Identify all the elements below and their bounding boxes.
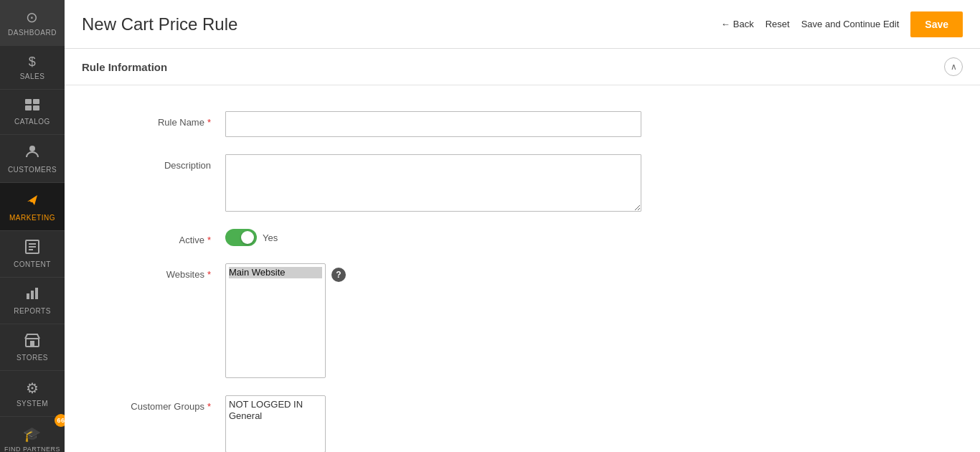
customer-groups-select[interactable]: NOT LOGGED IN General <box>225 395 326 452</box>
rule-name-input[interactable] <box>225 111 641 137</box>
customers-icon <box>24 143 40 163</box>
svg-point-4 <box>29 146 35 151</box>
sidebar-item-label: MARKETING <box>9 214 55 222</box>
description-label: Description <box>82 154 225 171</box>
sidebar-item-catalog[interactable]: CATALOG <box>0 90 65 135</box>
sidebar-item-reports[interactable]: REPORTS <box>0 278 65 324</box>
form-body: Rule Name* Description <box>65 85 980 452</box>
active-value-label: Yes <box>263 232 278 243</box>
page-header: New Cart Price Rule ← Back Reset Save an… <box>65 0 980 49</box>
svg-point-5 <box>30 199 33 202</box>
websites-label: Websites* <box>82 263 225 280</box>
rule-name-control-wrap <box>225 111 693 137</box>
page-title: New Cart Price Rule <box>82 14 721 34</box>
rule-information-panel: Rule Information ∧ Rule Name* <box>65 49 980 452</box>
header-actions: ← Back Reset Save and Continue Edit Save <box>721 11 963 37</box>
save-and-continue-button[interactable]: Save and Continue Edit <box>801 19 900 29</box>
content-icon <box>25 240 39 258</box>
sidebar-item-customers[interactable]: CUSTOMERS <box>0 135 65 183</box>
active-label: Active* <box>82 229 225 245</box>
svg-rect-10 <box>27 293 29 299</box>
back-button[interactable]: ← Back <box>721 19 754 29</box>
websites-required: * <box>207 269 211 280</box>
svg-rect-1 <box>33 99 39 104</box>
sidebar-item-label: DASHBOARD <box>8 29 57 37</box>
websites-help-icon[interactable]: ? <box>331 268 346 282</box>
dashboard-icon: ⊙ <box>26 9 39 26</box>
rule-name-label: Rule Name* <box>82 111 225 128</box>
sidebar-item-label: STORES <box>17 354 48 362</box>
sidebar-item-sales[interactable]: $ SALES <box>0 46 65 90</box>
panel-header: Rule Information ∧ <box>65 49 980 85</box>
active-required: * <box>207 235 211 245</box>
sidebar-item-system[interactable]: ⚙ SYSTEM <box>0 371 65 417</box>
svg-rect-12 <box>35 288 38 299</box>
websites-row: Websites* Main Website ? <box>65 255 710 387</box>
sidebar-item-find-partners[interactable]: 66 🎓 FIND PARTNERS & EXTENSIONS <box>0 417 65 452</box>
reset-button[interactable]: Reset <box>765 19 790 29</box>
rule-name-row: Rule Name* <box>65 103 710 146</box>
customer-groups-required: * <box>207 401 211 412</box>
description-row: Description <box>65 146 710 220</box>
customer-groups-row: Customer Groups* NOT LOGGED IN General <box>65 387 710 452</box>
back-arrow-icon: ← <box>721 19 730 29</box>
svg-rect-2 <box>25 105 32 110</box>
catalog-icon <box>24 98 40 115</box>
main-content: New Cart Price Rule ← Back Reset Save an… <box>65 0 980 452</box>
sidebar-item-dashboard[interactable]: ⊙ DASHBOARD <box>0 0 65 46</box>
svg-rect-14 <box>30 341 34 347</box>
websites-control-wrap: Main Website ? <box>225 263 693 378</box>
sales-icon: $ <box>29 55 37 70</box>
websites-select[interactable]: Main Website <box>225 263 326 378</box>
customer-group-general[interactable]: General <box>229 410 322 422</box>
customer-group-not-logged-in[interactable]: NOT LOGGED IN <box>229 399 322 410</box>
customer-groups-label: Customer Groups* <box>82 395 225 412</box>
active-row: Active* Yes <box>65 220 710 255</box>
active-control-wrap: Yes <box>225 229 693 246</box>
sidebar-item-label: REPORTS <box>14 307 51 315</box>
chevron-up-icon: ∧ <box>951 62 957 72</box>
panel-title: Rule Information <box>82 61 167 73</box>
sidebar-item-label: SYSTEM <box>17 400 48 408</box>
svg-rect-3 <box>33 105 39 110</box>
sidebar-item-label: SALES <box>20 72 45 80</box>
sidebar-item-label: CATALOG <box>14 118 50 126</box>
system-icon: ⚙ <box>26 380 39 397</box>
svg-rect-0 <box>25 99 32 104</box>
sidebar-item-label: CONTENT <box>14 260 51 268</box>
reports-icon <box>25 286 39 304</box>
stores-icon <box>24 333 40 351</box>
marketing-icon <box>24 192 40 211</box>
websites-option-main[interactable]: Main Website <box>229 267 322 278</box>
sidebar-item-marketing[interactable]: MARKETING <box>0 183 65 231</box>
sidebar-item-content[interactable]: CONTENT <box>0 231 65 278</box>
customer-groups-control-wrap: NOT LOGGED IN General <box>225 395 693 452</box>
find-partners-icon: 🎓 <box>23 425 42 443</box>
svg-rect-11 <box>31 291 34 299</box>
save-button[interactable]: Save <box>910 11 963 37</box>
toggle-slider <box>225 229 257 246</box>
sidebar: ⊙ DASHBOARD $ SALES CATALOG CUSTOMERS MA… <box>0 0 65 452</box>
sidebar-item-stores[interactable]: STORES <box>0 324 65 371</box>
sidebar-item-label: CUSTOMERS <box>8 166 57 174</box>
panel-collapse-button[interactable]: ∧ <box>944 57 963 76</box>
description-textarea[interactable] <box>225 154 641 212</box>
active-toggle[interactable] <box>225 229 257 246</box>
sidebar-item-label: FIND PARTNERS & EXTENSIONS <box>3 446 62 452</box>
notification-badge: 66 <box>55 414 65 427</box>
rule-name-required: * <box>207 117 211 128</box>
content-area: Rule Information ∧ Rule Name* <box>65 49 980 452</box>
description-control-wrap <box>225 154 693 212</box>
